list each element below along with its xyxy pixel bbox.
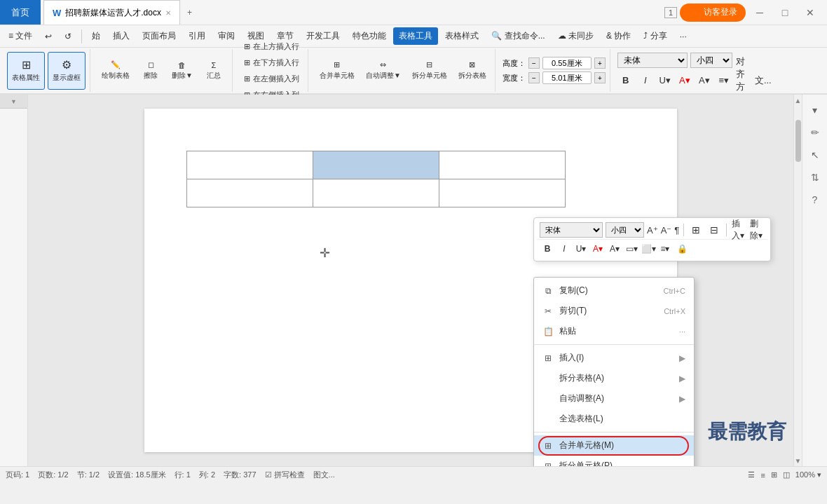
- ft-shade-btn[interactable]: ▭▾: [624, 241, 639, 257]
- width-plus-btn[interactable]: +: [594, 72, 606, 83]
- menu-share[interactable]: ⤴ 分享: [638, 27, 672, 45]
- tab-doc[interactable]: W 招聘新媒体运营人才.docx ✕: [43, 0, 180, 25]
- menu-table-tools[interactable]: 表格工具: [393, 27, 438, 45]
- height-input[interactable]: [542, 57, 592, 69]
- right-panel-updown[interactable]: ⇅: [805, 168, 825, 187]
- cm-copy[interactable]: ⧉ 复制(C) Ctrl+C: [534, 280, 694, 301]
- menu-review[interactable]: 审阅: [212, 27, 240, 45]
- insert-row-above-btn[interactable]: ⊞ 在上方插入行: [240, 39, 303, 54]
- menu-file[interactable]: ≡ 文件: [3, 27, 38, 45]
- table-cell[interactable]: [439, 179, 566, 207]
- menu-table-style[interactable]: 表格样式: [439, 27, 484, 45]
- cm-paste[interactable]: 📋 粘贴 ···: [534, 321, 694, 341]
- view-btn4[interactable]: ◫: [783, 470, 790, 479]
- right-panel-edit[interactable]: ✏: [805, 123, 825, 142]
- right-panel-search[interactable]: ?: [805, 190, 825, 210]
- table-cell-selected[interactable]: [313, 151, 439, 179]
- scroll-down-btn[interactable]: ▼: [794, 455, 802, 466]
- width-minus-btn[interactable]: −: [528, 72, 540, 83]
- italic-btn[interactable]: I: [637, 72, 654, 89]
- view-btn2[interactable]: ≡: [760, 471, 765, 479]
- ft-highlight-btn[interactable]: A▾: [590, 241, 606, 257]
- ft-underline-btn[interactable]: U▾: [573, 241, 589, 257]
- ft-delete-btn[interactable]: 删除▾: [749, 222, 765, 238]
- merge-cells-btn[interactable]: ⊞ 合并单元格: [315, 52, 359, 90]
- cm-split-cell[interactable]: ⊞ 拆分单元格(P)...: [534, 456, 694, 466]
- menu-special[interactable]: 特色功能: [347, 27, 392, 45]
- ft-table-icon[interactable]: ⊞: [688, 222, 704, 238]
- menu-references[interactable]: 引用: [183, 27, 211, 45]
- auto-adjust-btn[interactable]: ⇔ 自动调整▼: [362, 52, 405, 90]
- close-button[interactable]: ✕: [799, 3, 821, 22]
- tab-home[interactable]: 首页: [0, 0, 41, 25]
- width-input[interactable]: [542, 71, 592, 84]
- scrollbar-vertical[interactable]: ▲ ▼: [793, 95, 802, 466]
- doc-scroll-area[interactable]: ✛ 宋体: [28, 95, 793, 466]
- height-plus-btn[interactable]: +: [594, 57, 606, 69]
- zoom-level[interactable]: 100% ▾: [795, 470, 821, 479]
- tab-add[interactable]: +: [180, 0, 199, 25]
- cm-select-all[interactable]: 全选表格(L): [534, 409, 694, 429]
- cm-auto-adjust[interactable]: 自动调整(A) ▶: [534, 388, 694, 409]
- cm-merge[interactable]: ⊞ 合并单元格(M): [534, 435, 694, 456]
- menu-sync[interactable]: ☁ 未同步: [552, 27, 599, 45]
- table-props-btn[interactable]: ⊞ 表格属性: [7, 52, 45, 90]
- size-selector[interactable]: 小四: [690, 53, 732, 68]
- ft-fontcolor-btn[interactable]: A▾: [607, 241, 622, 257]
- font-selector[interactable]: 未体: [617, 53, 688, 68]
- scroll-thumb[interactable]: [795, 120, 801, 162]
- ft-table2-icon[interactable]: ⊟: [706, 222, 722, 238]
- insert-row-below-btn[interactable]: ⊞ 在下方插入行: [240, 55, 303, 70]
- font-extra-btn[interactable]: 文...: [755, 72, 772, 89]
- ft-italic-btn[interactable]: I: [556, 241, 572, 257]
- insert-col-left-btn[interactable]: ⊞ 在左侧插入列: [240, 71, 303, 86]
- menu-redo-icon[interactable]: ↺: [59, 29, 77, 44]
- summary-btn[interactable]: Σ 汇总: [200, 52, 228, 90]
- menu-more[interactable]: ···: [674, 29, 692, 44]
- table-cell[interactable]: [313, 179, 439, 207]
- ft-size-select[interactable]: 小四: [606, 222, 644, 238]
- menu-devtools[interactable]: 开发工具: [301, 27, 346, 45]
- ft-font-select[interactable]: 宋体: [540, 222, 603, 238]
- table-cell[interactable]: [187, 179, 313, 207]
- table-cell[interactable]: [439, 151, 566, 179]
- right-panel-cursor[interactable]: ↖: [805, 145, 825, 165]
- ft-align-btn[interactable]: ≡▾: [657, 241, 673, 257]
- menu-page-layout[interactable]: 页面布局: [137, 27, 182, 45]
- doc-table[interactable]: [186, 151, 566, 207]
- ft-lock-btn[interactable]: 🔒: [674, 241, 690, 257]
- menu-collab[interactable]: & 协作: [601, 27, 636, 45]
- font-color-btn[interactable]: A▾: [676, 72, 693, 89]
- status-spell[interactable]: ☑ 拼写检查: [265, 470, 305, 480]
- bold-btn[interactable]: B: [617, 72, 634, 89]
- menu-undo-icon[interactable]: ↩: [39, 29, 57, 44]
- view-btn3[interactable]: ⊞: [771, 470, 777, 479]
- login-button[interactable]: 访客登录: [680, 4, 746, 22]
- ft-border-btn[interactable]: ⬜▾: [641, 241, 656, 257]
- maximize-button[interactable]: □: [774, 3, 796, 22]
- menu-search[interactable]: 🔍 查找命令...: [486, 27, 550, 45]
- split-cells-btn[interactable]: ⊟ 拆分单元格: [408, 52, 451, 90]
- draw-table-btn[interactable]: ✏️ 绘制表格: [97, 52, 134, 90]
- scroll-up-btn[interactable]: ▲: [794, 95, 802, 106]
- underline-btn[interactable]: U▾: [657, 72, 674, 89]
- view-btn1[interactable]: ☰: [748, 470, 755, 479]
- cm-insert[interactable]: ⊞ 插入(I) ▶: [534, 348, 694, 368]
- cm-cut[interactable]: ✂ 剪切(T) Ctrl+X: [534, 301, 694, 321]
- align-mode-btn[interactable]: 对齐方式▾: [735, 72, 752, 89]
- right-panel-collapse[interactable]: ▾: [805, 100, 825, 120]
- table-cell[interactable]: [187, 151, 313, 179]
- menu-insert[interactable]: 插入: [107, 27, 135, 45]
- ft-insert-btn[interactable]: 插入▾: [731, 222, 746, 238]
- ft-bold-btn[interactable]: B: [540, 241, 555, 257]
- align-btn[interactable]: ≡▾: [716, 72, 732, 89]
- doc-tab-close[interactable]: ✕: [165, 9, 171, 17]
- menu-start[interactable]: 始: [86, 27, 106, 45]
- delete-btn[interactable]: 🗑 删除▼: [168, 52, 197, 90]
- height-minus-btn[interactable]: −: [528, 57, 540, 69]
- highlight-btn[interactable]: A▾: [696, 72, 713, 89]
- split-table-btn[interactable]: ⊠ 拆分表格: [454, 52, 491, 90]
- minimize-button[interactable]: ─: [749, 3, 771, 22]
- display-virtual-btn[interactable]: ⚙ 显示虚框: [48, 52, 86, 90]
- erase-btn[interactable]: ◻ 擦除: [137, 52, 165, 90]
